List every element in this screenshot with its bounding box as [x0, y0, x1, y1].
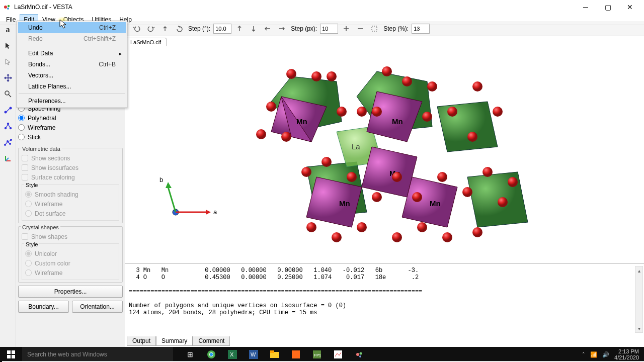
- axes-tool-icon[interactable]: [2, 152, 15, 165]
- svg-point-53: [392, 232, 402, 242]
- la-label: La: [352, 142, 360, 151]
- output-tab-output[interactable]: Output: [127, 336, 156, 346]
- move-tool-icon[interactable]: [2, 71, 15, 84]
- tray-chevron-icon[interactable]: ˄: [582, 351, 585, 358]
- pointer-tool-icon[interactable]: [2, 39, 15, 52]
- tray-volume-icon[interactable]: 🔊: [602, 351, 609, 358]
- vol-dot-surface[interactable]: Dot surface: [25, 209, 116, 218]
- menu-edit-data[interactable]: Edit Data ▸: [18, 48, 126, 59]
- scroll-up-icon[interactable]: ▴: [635, 266, 642, 275]
- menu-vectors[interactable]: Vectors...: [18, 70, 126, 81]
- svg-point-52: [357, 222, 367, 232]
- axis-a-label: a: [213, 208, 217, 216]
- svg-point-85: [359, 355, 361, 357]
- svg-point-35: [337, 107, 347, 117]
- scroll-down-icon[interactable]: ▾: [635, 324, 642, 332]
- taskbar-search[interactable]: Search the web and Windows: [22, 347, 173, 362]
- angle-tool-icon[interactable]: [2, 120, 15, 133]
- excel-icon[interactable]: X: [222, 347, 243, 362]
- output-tab-comment[interactable]: Comment: [193, 336, 230, 346]
- svg-point-47: [437, 172, 447, 182]
- distance-tool-icon[interactable]: [2, 104, 15, 117]
- svg-point-39: [447, 107, 457, 117]
- svg-point-72: [210, 353, 213, 356]
- svg-line-64: [168, 187, 176, 212]
- svg-point-32: [266, 102, 276, 112]
- svg-point-51: [332, 232, 342, 242]
- system-tray: ˄ 📶 🔊 2:13 PM 4/21/2020: [577, 348, 644, 360]
- svg-rect-68: [7, 355, 11, 358]
- orientation-button[interactable]: Orientation...: [72, 301, 123, 313]
- svg-point-44: [372, 192, 382, 202]
- magnify-tool-icon[interactable]: [2, 87, 15, 101]
- select-tool-icon[interactable]: [2, 55, 15, 68]
- vol-smooth-shading[interactable]: Smooth shading: [25, 190, 116, 199]
- svg-point-33: [256, 129, 266, 139]
- menu-redo-shortcut: Ctrl+Shift+Z: [84, 35, 116, 42]
- check-show-sections[interactable]: Show sections: [22, 153, 119, 163]
- task-view-icon[interactable]: ⊞: [180, 347, 200, 362]
- chrome-icon[interactable]: [201, 347, 221, 362]
- dihedral-tool-icon[interactable]: [2, 136, 15, 149]
- svg-point-42: [321, 157, 332, 167]
- svg-marker-63: [206, 210, 211, 215]
- menu-separator: [19, 46, 125, 46]
- explorer-icon[interactable]: [265, 347, 285, 362]
- check-surface-coloring[interactable]: Surface coloring: [22, 172, 119, 182]
- svg-point-31: [427, 81, 437, 92]
- check-show-isosurfaces[interactable]: Show isosurfaces: [22, 163, 119, 172]
- menu-bonds-label: Bonds...: [28, 61, 50, 68]
- style-polyhedral[interactable]: Polyhedral: [18, 113, 123, 123]
- app-icon-3[interactable]: [328, 347, 348, 362]
- taskbar-clock[interactable]: 2:13 PM 4/21/2020: [614, 348, 639, 360]
- menu-undo[interactable]: Undo Ctrl+Z: [18, 22, 126, 33]
- svg-point-41: [301, 167, 311, 177]
- vol-wireframe[interactable]: Wireframe: [25, 199, 116, 209]
- properties-button[interactable]: Properties...: [18, 286, 123, 298]
- app-icon: [3, 3, 11, 11]
- tray-network-icon[interactable]: 📶: [590, 351, 597, 358]
- svg-marker-65: [166, 182, 172, 188]
- svg-point-0: [4, 6, 7, 9]
- menu-vectors-label: Vectors...: [28, 72, 53, 79]
- menu-preferences[interactable]: Preferences...: [18, 96, 126, 107]
- svg-point-50: [306, 222, 316, 232]
- svg-point-34: [281, 132, 291, 142]
- vesta-taskbar-icon[interactable]: [349, 347, 369, 362]
- svg-point-43: [347, 172, 357, 182]
- boundary-button[interactable]: Boundary...: [18, 301, 69, 313]
- file-tab[interactable]: LaSrMnO.cif: [125, 38, 167, 46]
- app-icon-2[interactable]: FPS: [307, 347, 327, 362]
- crys-unicolor[interactable]: Unicolor: [25, 249, 116, 258]
- style-stick[interactable]: Stick: [18, 132, 123, 142]
- svg-point-59: [493, 107, 503, 117]
- svg-rect-78: [270, 350, 274, 353]
- word-icon[interactable]: W: [244, 347, 264, 362]
- close-button[interactable]: ✕: [619, 0, 641, 14]
- menu-bonds[interactable]: Bonds... Ctrl+B: [18, 59, 126, 70]
- volumetric-title: Volumetric data: [21, 146, 62, 152]
- check-show-shapes[interactable]: Show shapes: [22, 232, 119, 241]
- viewport-canvas[interactable]: La Mn Mn Mn Mn Mn: [125, 46, 644, 263]
- svg-rect-79: [292, 350, 300, 358]
- crys-custom-color[interactable]: Custom color: [25, 258, 116, 268]
- output-scrollbar[interactable]: ▴ ▾: [635, 266, 643, 333]
- svg-point-1: [8, 5, 10, 7]
- svg-point-83: [356, 353, 359, 356]
- menu-lattice-planes[interactable]: Lattice Planes...: [18, 81, 126, 92]
- menu-edit-data-label: Edit Data: [28, 50, 53, 57]
- step-deg-label: Step (°):: [188, 25, 210, 32]
- minimize-button[interactable]: ─: [575, 0, 597, 14]
- svg-point-30: [402, 76, 412, 86]
- maximize-button[interactable]: ▢: [597, 0, 619, 14]
- style-wireframe[interactable]: Wireframe: [18, 123, 123, 132]
- crys-wireframe[interactable]: Wireframe: [25, 268, 116, 278]
- svg-point-84: [360, 352, 362, 355]
- output-tab-summary[interactable]: Summary: [156, 336, 193, 346]
- start-button[interactable]: [0, 347, 22, 362]
- taskbar-apps: ⊞ X W FPS: [180, 347, 369, 362]
- app-icon-1[interactable]: [286, 347, 306, 362]
- menu-redo[interactable]: Redo Ctrl+Shift+Z: [18, 33, 126, 44]
- search-placeholder: Search the web and Windows: [27, 351, 107, 358]
- mn-label: Mn: [430, 199, 441, 208]
